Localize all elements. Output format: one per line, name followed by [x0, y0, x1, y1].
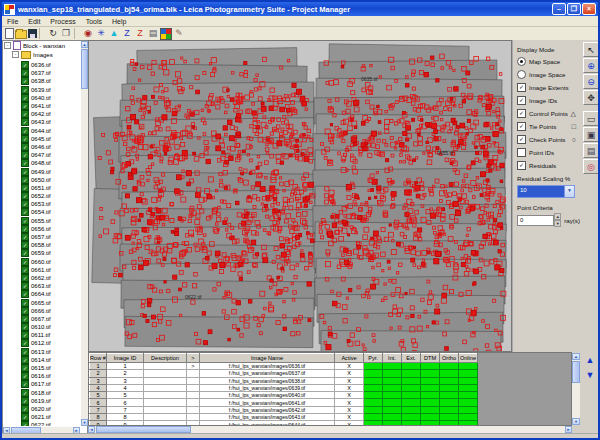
new-block-icon[interactable] — [5, 28, 14, 39]
compute-pyramid-icon[interactable]: ◉ — [82, 28, 94, 39]
tree-item[interactable]: ✓0611.tif — [3, 331, 80, 339]
tree-item[interactable]: ✓0640.tif — [3, 94, 80, 102]
menu-help[interactable]: Help — [107, 18, 131, 25]
select-pointer-icon[interactable]: ↖ — [583, 42, 600, 57]
image-table[interactable]: Row #Image IDDescription>Image NameActiv… — [88, 352, 572, 426]
status-cell[interactable] — [459, 377, 478, 384]
table-row[interactable]: 88f:/hui_lps_wanxian/images/0643.tifX — [90, 414, 481, 421]
cur-cell[interactable] — [187, 399, 200, 406]
chevron-down-icon[interactable]: ▼ — [564, 186, 574, 197]
id-cell[interactable]: 8 — [107, 414, 144, 421]
collapse-icon[interactable]: - — [4, 42, 11, 49]
checkbox-icon[interactable]: ✓ — [517, 135, 526, 144]
id-cell[interactable]: 2 — [107, 370, 144, 377]
active-cell[interactable]: X — [335, 392, 364, 399]
name-cell[interactable]: f:/hui_lps_wanxian/images/0636.tif — [200, 363, 335, 370]
save-view-icon[interactable]: ▣ — [583, 127, 600, 142]
tree-item[interactable]: ✓0654.tif — [3, 208, 80, 216]
checkbox-icon[interactable]: ✓ — [517, 96, 526, 105]
column-header[interactable]: Description — [144, 354, 187, 363]
table-row[interactable]: 66f:/hui_lps_wanxian/images/0641.tifX — [90, 399, 481, 406]
status-cell[interactable] — [402, 363, 421, 370]
name-cell[interactable]: f:/hui_lps_wanxian/images/0642.tif — [200, 406, 335, 413]
menu-process[interactable]: Process — [45, 18, 80, 25]
tree-item[interactable]: ✓0649.tif — [3, 167, 80, 175]
tree-item[interactable]: ✓0621.tif — [3, 413, 80, 421]
status-cell[interactable] — [364, 384, 383, 391]
tree-item[interactable]: ✓0665.tif — [3, 298, 80, 306]
copy-icon[interactable]: ❐ — [60, 28, 72, 39]
tree-item[interactable]: ✓0614.tif — [3, 356, 80, 364]
cur-cell[interactable] — [187, 414, 200, 421]
column-header[interactable]: Image Name — [200, 354, 335, 363]
checkbox-icon[interactable]: ✓ — [517, 122, 526, 131]
desc-cell[interactable] — [144, 392, 187, 399]
menu-file[interactable]: File — [2, 18, 23, 25]
cur-cell[interactable] — [187, 392, 200, 399]
menu-edit[interactable]: Edit — [23, 18, 45, 25]
checkbox-check-points[interactable]: ✓Check Points○ — [517, 133, 580, 146]
tree-item[interactable]: ✓0652.tif — [3, 192, 80, 200]
tree-item[interactable]: ✓0666.tif — [3, 307, 80, 315]
status-cell[interactable] — [440, 392, 459, 399]
cur-cell[interactable] — [187, 377, 200, 384]
print-icon[interactable]: ▤ — [583, 143, 600, 158]
row-number-cell[interactable]: 3 — [90, 377, 107, 384]
checkbox-tie-points[interactable]: ✓Tie Points□ — [517, 120, 580, 133]
tree-item[interactable]: ✓0648.tif — [3, 159, 80, 167]
status-cell[interactable] — [402, 406, 421, 413]
tree-item[interactable]: ✓0636.tif — [3, 61, 80, 69]
column-header[interactable]: > — [187, 354, 200, 363]
radio-icon[interactable] — [517, 57, 526, 66]
zoom-in-icon[interactable]: ⊕ — [583, 58, 600, 73]
desc-cell[interactable] — [144, 377, 187, 384]
status-cell[interactable] — [421, 414, 440, 421]
status-cell[interactable] — [459, 399, 478, 406]
status-cell[interactable] — [364, 406, 383, 413]
status-cell[interactable] — [364, 392, 383, 399]
status-cell[interactable] — [421, 399, 440, 406]
tree-item[interactable]: ✓0661.tif — [3, 266, 80, 274]
scroll-thumb[interactable] — [572, 361, 580, 383]
status-cell[interactable] — [402, 384, 421, 391]
scroll-up-icon[interactable]: ▲ — [572, 353, 580, 360]
scroll-down-icon[interactable]: ▼ — [81, 419, 88, 426]
column-header[interactable]: Ext. — [402, 354, 421, 363]
column-header[interactable]: Online — [459, 354, 478, 363]
row-number-cell[interactable]: 7 — [90, 406, 107, 413]
status-cell[interactable] — [383, 384, 402, 391]
tree-item[interactable]: ✓0642.tif — [3, 110, 80, 118]
tree-item[interactable]: ✓0610.tif — [3, 323, 80, 331]
image-list-icon[interactable]: ▤ — [147, 28, 159, 39]
tree-images-folder-row[interactable]: - Images — [3, 50, 87, 59]
checkbox-icon[interactable] — [517, 148, 526, 157]
row-number-cell[interactable]: 2 — [90, 370, 107, 377]
name-cell[interactable]: f:/hui_lps_wanxian/images/0638.tif — [200, 377, 335, 384]
status-cell[interactable] — [402, 370, 421, 377]
tree-item[interactable]: ✓0667.tif — [3, 315, 80, 323]
zoom-out-icon[interactable]: ⊖ — [583, 74, 600, 89]
tree-item[interactable]: ✓0638.tif — [3, 77, 80, 85]
column-header[interactable]: Image ID — [107, 354, 144, 363]
desc-cell[interactable] — [144, 384, 187, 391]
status-cell[interactable] — [440, 363, 459, 370]
checkbox-image-ids[interactable]: ✓Image IDs — [517, 94, 580, 107]
column-header[interactable]: Row # — [90, 354, 107, 363]
checkbox-icon[interactable]: ✓ — [517, 161, 526, 170]
status-cell[interactable] — [364, 414, 383, 421]
id-cell[interactable]: 3 — [107, 377, 144, 384]
id-cell[interactable]: 4 — [107, 384, 144, 391]
tree-item[interactable]: ✓0650.tif — [3, 176, 80, 184]
status-cell[interactable] — [383, 399, 402, 406]
column-header[interactable]: DTM — [421, 354, 440, 363]
status-cell[interactable] — [421, 392, 440, 399]
tree-item[interactable]: ✓0613.tif — [3, 348, 80, 356]
tree-item[interactable]: ✓0645.tif — [3, 135, 80, 143]
tree-item[interactable]: ✓0637.tif — [3, 69, 80, 77]
tree-item[interactable]: ✓0656.tif — [3, 225, 80, 233]
status-cell[interactable] — [421, 406, 440, 413]
column-header[interactable]: Int. — [383, 354, 402, 363]
active-cell[interactable]: X — [335, 384, 364, 391]
table-row[interactable]: 22f:/hui_lps_wanxian/images/0637.tifX — [90, 370, 481, 377]
row-number-cell[interactable]: 6 — [90, 399, 107, 406]
